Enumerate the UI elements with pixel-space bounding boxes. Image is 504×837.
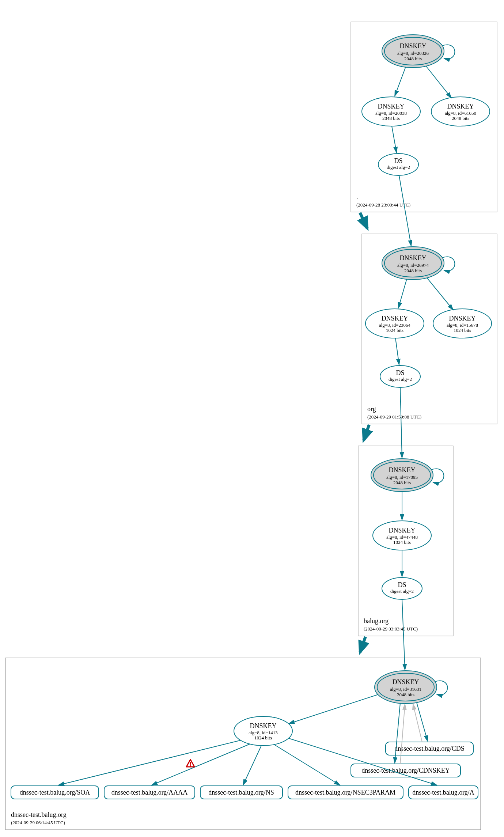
edge-org-ds-balug-ksk [400, 387, 402, 458]
svg-text:DNSKEY: DNSKEY [389, 527, 415, 534]
dnskey-balug-ksk: DNSKEY alg=8, id=17095 2048 bits [371, 459, 433, 492]
edge-test-ksk-zsk [289, 694, 378, 724]
svg-text:alg=8, id=61050: alg=8, id=61050 [445, 110, 476, 116]
svg-text:DNSKEY: DNSKEY [378, 103, 404, 110]
svg-text:1024 bits: 1024 bits [254, 735, 272, 741]
zone-arrow-org-balug [364, 425, 369, 440]
svg-text:DS: DS [396, 369, 404, 376]
svg-text:2048 bits: 2048 bits [393, 480, 411, 485]
dnskey-org-ksk: DNSKEY alg=8, id=26974 2048 bits [382, 247, 444, 280]
zone-test: dnssec-test.balug.org (2024-09-29 06:14:… [5, 599, 481, 830]
svg-text:dnssec-test.balug.org/CDNSKEY: dnssec-test.balug.org/CDNSKEY [361, 767, 450, 774]
rrset-ns: dnssec-test.balug.org/NS [200, 786, 283, 799]
svg-text:2048 bits: 2048 bits [397, 692, 414, 697]
edge-zsk-soa [58, 740, 241, 785]
svg-text:alg=8, id=17095: alg=8, id=17095 [386, 474, 418, 480]
edge-ksk-cds [417, 702, 428, 741]
svg-text:DNSKEY: DNSKEY [389, 466, 415, 474]
svg-text:DNSKEY: DNSKEY [381, 315, 408, 322]
svg-text:alg=8, id=31631: alg=8, id=31631 [390, 686, 421, 692]
svg-text:digest alg=2: digest alg=2 [390, 588, 414, 594]
svg-text:1024 bits: 1024 bits [454, 327, 471, 333]
zone-org: org (2024-09-29 01:59:08 UTC) DNSKEY alg… [362, 175, 497, 424]
svg-text:DNSKEY: DNSKEY [250, 722, 276, 730]
dnskey-root-zsk1: DNSKEY alg=8, id=20038 2048 bits [362, 97, 420, 126]
warning-icon [186, 760, 194, 767]
zone-arrow-balug-test [360, 637, 365, 652]
zone-test-time: (2024-09-29 06:14:45 UTC) [11, 820, 65, 825]
svg-text:alg=8, id=47448: alg=8, id=47448 [386, 534, 418, 540]
edge-org-ksk-zsk2 [427, 278, 453, 310]
svg-text:dnssec-test.balug.org/SOA: dnssec-test.balug.org/SOA [20, 789, 90, 796]
edge-balug-ds-test-ksk [402, 599, 405, 670]
dnskey-root-zsk2: DNSKEY alg=8, id=61050 2048 bits [431, 97, 490, 126]
zone-root-name: . [356, 193, 358, 201]
ds-org: DS digest alg=2 [380, 366, 420, 387]
svg-text:digest alg=2: digest alg=2 [389, 376, 412, 382]
svg-text:alg=8, id=23064: alg=8, id=23064 [379, 322, 411, 328]
dnskey-org-zsk2: DNSKEY alg=8, id=15678 1024 bits [433, 309, 492, 338]
svg-text:alg=8, id=20326: alg=8, id=20326 [397, 50, 429, 56]
svg-text:DNSKEY: DNSKEY [447, 103, 474, 110]
edge-root-ksk-zsk1 [395, 67, 406, 96]
zone-balug-name: balug.org [364, 617, 389, 625]
zone-balug: balug.org (2024-09-29 03:03:45 UTC) DNSK… [358, 387, 453, 636]
svg-rect-71 [190, 762, 191, 765]
ds-root: DS digest alg=2 [378, 154, 418, 175]
edge-org-ksk-zsk1 [398, 279, 407, 308]
svg-text:dnssec-test.balug.org/AAAA: dnssec-test.balug.org/AAAA [111, 789, 188, 796]
svg-text:dnssec-test.balug.org/NSEC3PAR: dnssec-test.balug.org/NSEC3PARAM [295, 789, 395, 796]
svg-text:digest alg=2: digest alg=2 [387, 164, 410, 170]
svg-text:2048 bits: 2048 bits [404, 56, 422, 61]
zone-root: . (2024-09-28 23:00:44 UTC) DNSKEY alg=8… [351, 22, 497, 212]
edge-root-ds-org-ksk [399, 175, 411, 246]
svg-text:2048 bits: 2048 bits [452, 115, 469, 121]
zone-org-time: (2024-09-29 01:59:08 UTC) [367, 414, 421, 420]
zone-arrow-root-org [360, 213, 367, 228]
svg-text:1024 bits: 1024 bits [386, 327, 403, 333]
edge-org-zsk1-ds [395, 338, 399, 365]
zone-root-time: (2024-09-28 23:00:44 UTC) [356, 202, 410, 208]
svg-text:alg=8, id=26974: alg=8, id=26974 [397, 262, 429, 268]
svg-text:DNSKEY: DNSKEY [392, 678, 419, 686]
svg-text:2048 bits: 2048 bits [382, 115, 400, 121]
svg-text:DNSKEY: DNSKEY [399, 42, 426, 50]
svg-text:dnssec-test.balug.org/NS: dnssec-test.balug.org/NS [208, 789, 274, 796]
edge-zsk-ns [243, 746, 261, 785]
svg-text:dnssec-test.balug.org/CDS: dnssec-test.balug.org/CDS [394, 745, 465, 752]
svg-text:2048 bits: 2048 bits [404, 268, 422, 273]
dnskey-test-ksk: DNSKEY alg=8, id=31631 2048 bits [375, 671, 437, 704]
svg-text:alg=8, id=15678: alg=8, id=15678 [447, 322, 478, 328]
rrset-nsec3param: dnssec-test.balug.org/NSEC3PARAM [288, 786, 403, 799]
svg-text:DNSKEY: DNSKEY [399, 254, 426, 262]
svg-text:DS: DS [394, 157, 402, 164]
svg-text:alg=8, id=20038: alg=8, id=20038 [375, 110, 407, 116]
rrset-cds: dnssec-test.balug.org/CDS [386, 742, 473, 755]
zone-org-name: org [367, 405, 376, 413]
edge-cds-ksk [413, 704, 422, 742]
edge-root-zsk1-ds [392, 126, 397, 153]
zone-balug-time: (2024-09-29 03:03:45 UTC) [364, 626, 418, 632]
dnskey-test-zsk: DNSKEY alg=8, id=1413 1024 bits [234, 716, 292, 746]
zone-test-name: dnssec-test.balug.org [11, 811, 67, 818]
svg-text:dnssec-test.balug.org/A: dnssec-test.balug.org/A [412, 789, 474, 796]
ds-balug: DS digest alg=2 [382, 577, 422, 599]
dnskey-root-ksk: DNSKEY alg=8, id=20326 2048 bits [382, 35, 444, 68]
svg-rect-72 [190, 765, 191, 766]
svg-text:1024 bits: 1024 bits [393, 539, 411, 545]
dnskey-balug-zsk: DNSKEY alg=8, id=47448 1024 bits [373, 521, 431, 550]
rrset-aaaa: dnssec-test.balug.org/AAAA [104, 786, 195, 799]
edge-zsk-nsec3 [274, 745, 340, 785]
dnskey-org-zsk1: DNSKEY alg=8, id=23064 1024 bits [365, 309, 424, 338]
rrset-soa: dnssec-test.balug.org/SOA [11, 786, 99, 799]
svg-text:alg=8, id=1413: alg=8, id=1413 [249, 730, 278, 735]
edge-root-ksk-zsk2 [426, 66, 451, 98]
dnssec-diagram: . (2024-09-28 23:00:44 UTC) DNSKEY alg=8… [0, 0, 504, 837]
svg-text:DNSKEY: DNSKEY [449, 315, 475, 322]
svg-text:DS: DS [398, 581, 406, 588]
rrset-a: dnssec-test.balug.org/A [409, 786, 478, 799]
